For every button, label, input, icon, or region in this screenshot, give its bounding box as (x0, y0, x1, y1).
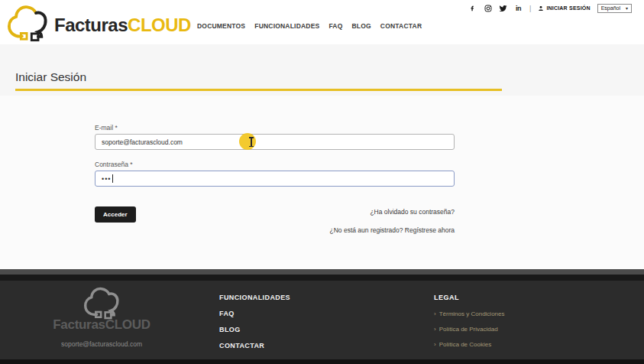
login-submit-button[interactable]: Acceder (95, 206, 136, 223)
site-header: FacturasCLOUD DOCUMENTOS FUNCIONALIDADES… (0, 0, 644, 44)
brand-logo[interactable]: FacturasCLOUD (6, 3, 191, 43)
language-select[interactable]: Español ▾ (597, 4, 632, 13)
mouse-cursor-highlight (239, 133, 256, 150)
user-icon (538, 5, 544, 11)
topbar-login-link[interactable]: INICIAR SESIÓN (538, 5, 590, 11)
page-title: Iniciar Sesión (15, 70, 86, 84)
password-label: Contraseña * (95, 161, 133, 168)
footer-divider-strip (0, 275, 644, 281)
legal-link-terminos[interactable]: ›Términos y Condiciones (434, 310, 504, 326)
footer-nav-contactar[interactable]: CONTACTAR (219, 342, 290, 358)
dropdown-arrow-icon: ▾ (626, 5, 628, 11)
nav-contactar[interactable]: CONTACTAR (380, 22, 422, 30)
nav-funcionalidades[interactable]: FUNCIONALIDADES (254, 22, 319, 30)
footer-nav: FUNCIONALIDADES FAQ BLOG CONTACTAR (219, 294, 290, 358)
footer-legal-section: LEGAL ›Términos y Condiciones ›Política … (434, 294, 504, 356)
footer-top-strip (0, 269, 644, 275)
nav-documentos[interactable]: DOCUMENTOS (197, 22, 245, 30)
login-form-section: E-mail * Contraseña * Acceder ¿Ha olvida… (0, 96, 644, 269)
title-underline (15, 89, 502, 91)
topbar: in | INICIAR SESIÓN Español ▾ (468, 3, 632, 13)
footer-nav-funcionalidades[interactable]: FUNCIONALIDADES (219, 294, 290, 310)
legal-link-privacidad[interactable]: ›Política de Privacidad (434, 326, 504, 341)
footer-cloud-logo-icon (76, 285, 127, 320)
password-input[interactable] (95, 171, 455, 187)
chevron-right-icon: › (434, 326, 436, 333)
register-link[interactable]: ¿No está aun registrado? Regístrese ahor… (330, 226, 455, 234)
brand-name: FacturasCLOUD (54, 15, 191, 36)
footer-nav-blog[interactable]: BLOG (219, 326, 290, 342)
ibeam-cursor-icon (251, 137, 252, 147)
forgot-password-link[interactable]: ¿Ha olvidado su contraseña? (370, 208, 455, 216)
chevron-right-icon: › (434, 341, 436, 348)
instagram-icon[interactable] (484, 4, 492, 12)
text-caret (112, 174, 113, 183)
topbar-separator: | (529, 5, 531, 12)
email-label: E-mail * (95, 124, 118, 132)
nav-faq[interactable]: FAQ (328, 22, 342, 30)
footer-brand-name: FacturasCLOUD (31, 317, 173, 333)
chevron-right-icon: › (434, 310, 436, 317)
twitter-icon[interactable] (499, 4, 507, 12)
page-title-band: Iniciar Sesión (0, 44, 644, 96)
footer-bottom-strip (0, 359, 644, 364)
legal-heading: LEGAL (434, 294, 504, 301)
main-nav: DOCUMENTOS FUNCIONALIDADES FAQ BLOG CONT… (197, 22, 422, 30)
facebook-icon[interactable] (468, 4, 477, 12)
footer-contact-email: soporte@facturascloud.com (31, 340, 173, 348)
email-input[interactable] (95, 134, 455, 150)
linkedin-icon[interactable]: in (514, 4, 523, 12)
footer-nav-faq[interactable]: FAQ (219, 310, 290, 326)
legal-link-cookies[interactable]: ›Política de Cookies (434, 341, 504, 356)
nav-blog[interactable]: BLOG (352, 22, 371, 30)
cloud-logo-icon (6, 3, 49, 43)
site-footer: FacturasCLOUD soporte@facturascloud.com … (0, 281, 644, 359)
